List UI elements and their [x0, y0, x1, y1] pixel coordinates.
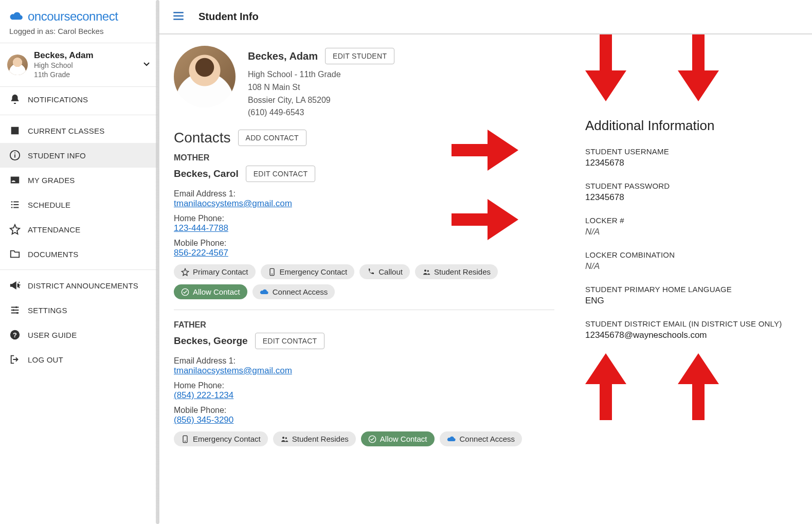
help-icon: ? [9, 329, 21, 340]
menu-button[interactable] [172, 9, 185, 24]
additional-info-title: Additional Information [585, 118, 797, 134]
chip-student-resides[interactable]: Student Resides [273, 431, 356, 446]
additional-info-value: 12345678@wayneschools.com [585, 330, 797, 340]
additional-info-field: STUDENT USERNAME12345678 [585, 147, 797, 168]
svg-point-4 [12, 310, 14, 312]
phone-box-icon [268, 268, 276, 276]
nav-user-guide[interactable]: ? USER GUIDE [0, 322, 158, 347]
add-contact-button[interactable]: ADD CONTACT [238, 130, 306, 146]
chip-primary-contact[interactable]: Primary Contact [174, 264, 256, 279]
cloud-icon [9, 11, 24, 22]
svg-point-14 [185, 441, 186, 442]
nav-schedule[interactable]: SCHEDULE [0, 192, 158, 217]
chip-allow-contact[interactable]: Allow Contact [361, 431, 435, 446]
annotation-arrow-up-icon [678, 353, 719, 420]
svg-point-11 [427, 270, 429, 272]
chip-label: Emergency Contact [280, 267, 348, 276]
additional-info-field: STUDENT PASSWORD12345678 [585, 182, 797, 203]
star-icon [9, 224, 21, 235]
avatar [7, 55, 28, 75]
nav-district-announcements[interactable]: DISTRICT ANNOUNCEMENTS [0, 273, 158, 298]
chip-label: Primary Contact [193, 267, 248, 276]
additional-info-field: LOCKER COMBINATIONN/A [585, 250, 797, 272]
nav-label: MY GRADES [28, 176, 75, 185]
nav-student-info[interactable]: STUDENT INFO [0, 143, 158, 168]
email-link[interactable]: tmanilaocsystems@gmail.com [174, 198, 292, 208]
edit-student-button[interactable]: EDIT STUDENT [325, 48, 394, 64]
check-circle-icon [181, 288, 189, 296]
chip-emergency-contact[interactable]: Emergency Contact [174, 431, 268, 446]
chip-label: Allow Contact [193, 287, 240, 296]
chip-callout[interactable]: Callout [359, 264, 410, 279]
svg-point-3 [15, 306, 17, 309]
nav-settings[interactable]: SETTINGS [0, 298, 158, 322]
chip-connect-access[interactable]: Connect Access [252, 284, 335, 299]
chip-label: Emergency Contact [193, 435, 261, 443]
additional-info-label: STUDENT PRIMARY HOME LANGUAGE [585, 285, 797, 294]
additional-info-value: N/A [585, 261, 797, 272]
brand[interactable]: oncourseconnect [0, 0, 158, 27]
field-label: Mobile Phone: [174, 406, 554, 415]
folder-icon [9, 248, 21, 260]
additional-info-field: STUDENT PRIMARY HOME LANGUAGEENG [585, 285, 797, 306]
nav-documents[interactable]: DOCUMENTS [0, 242, 158, 266]
picker-school: High School [34, 61, 136, 70]
chip-student-resides[interactable]: Student Resides [415, 264, 498, 279]
chip-label: Callout [378, 267, 403, 276]
sliders-icon [9, 304, 21, 316]
nav-log-out[interactable]: LOG OUT [0, 347, 158, 372]
nav-label: DISTRICT ANNOUNCEMENTS [28, 281, 138, 290]
cloud-icon [260, 288, 269, 296]
cloud-icon [447, 436, 456, 443]
nav-notifications[interactable]: NOTIFICATIONS [0, 87, 158, 112]
nav-attendance[interactable]: ATTENDANCE [0, 217, 158, 242]
svg-point-9 [272, 274, 273, 275]
edit-contact-button[interactable]: EDIT CONTACT [255, 333, 325, 349]
annotation-arrow-down-icon [585, 34, 626, 101]
phone-link[interactable]: (856) 345-3290 [174, 415, 233, 425]
chip-label: Allow Contact [380, 435, 427, 443]
phone-link[interactable]: (854) 222-1234 [174, 390, 233, 400]
id-card-icon [9, 174, 21, 186]
nav-label: NOTIFICATIONS [28, 95, 88, 104]
additional-info-value: ENG [585, 296, 797, 306]
picker-info: Beckes, Adam High School 11th Grade [34, 50, 136, 79]
email-link[interactable]: tmanilaocsystems@gmail.com [174, 366, 292, 375]
chevron-down-icon [142, 60, 151, 70]
info-icon [9, 150, 21, 161]
student-avatar [174, 46, 236, 107]
chip-emergency-contact[interactable]: Emergency Contact [261, 264, 355, 279]
phone-link[interactable]: 123-444-7788 [174, 223, 228, 233]
student-address1: 108 N Main St [248, 81, 394, 94]
chip-connect-access[interactable]: Connect Access [440, 431, 522, 446]
check-circle-icon [368, 435, 376, 443]
additional-info-label: LOCKER COMBINATION [585, 250, 797, 259]
chip-label: Student Resides [434, 267, 491, 276]
field-label: Email Address 1: [174, 189, 554, 198]
edit-contact-button[interactable]: EDIT CONTACT [246, 166, 316, 182]
nav-list: NOTIFICATIONS [0, 87, 158, 112]
divider [0, 115, 158, 115]
nav-my-grades[interactable]: MY GRADES [0, 168, 158, 192]
main: Student Info Beckes, Adam EDIT STUDENT H… [158, 0, 812, 524]
divider [0, 269, 158, 270]
nav-current-classes[interactable]: CURRENT CLASSES [0, 118, 158, 143]
additional-info-label: STUDENT PASSWORD [585, 182, 797, 190]
student-phone: (610) 449-6543 [248, 106, 394, 119]
megaphone-icon [9, 280, 21, 291]
svg-point-5 [16, 312, 19, 314]
student-picker[interactable]: Beckes, Adam High School 11th Grade [0, 43, 158, 86]
phone-link[interactable]: 856-222-4567 [174, 248, 228, 258]
phone-box-icon [181, 435, 189, 443]
people-icon [280, 435, 288, 443]
chip-label: Connect Access [460, 435, 515, 443]
people-icon [422, 268, 430, 276]
nav-label: STUDENT INFO [28, 151, 86, 160]
chip-allow-contact[interactable]: Allow Contact [174, 284, 247, 299]
schedule-icon [9, 199, 21, 210]
annotation-arrow-up-icon [585, 353, 626, 420]
additional-info-value: N/A [585, 227, 797, 237]
star-icon [181, 268, 189, 276]
chip-label: Connect Access [273, 287, 328, 296]
contact-block: FATHER Beckes, George EDIT CONTACT Email… [174, 320, 554, 457]
